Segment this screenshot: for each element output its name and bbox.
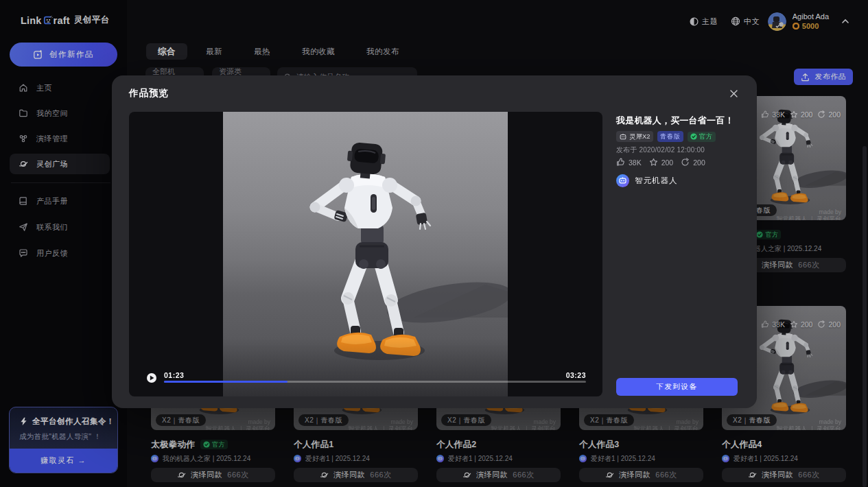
send-to-device-button[interactable]: 下发到设备 — [616, 378, 738, 396]
star-icon — [649, 158, 658, 167]
close-icon — [729, 89, 738, 98]
likes-count: 38K — [629, 158, 642, 167]
work-preview-modal: 作品预览 01:23 03:23 我是机器人，买一台省一百！ 灵犀X2 青春版 — [112, 75, 757, 408]
shares-stat[interactable]: 200 — [681, 158, 705, 167]
video-frame — [223, 112, 508, 396]
official-tag-label: 官方 — [699, 132, 713, 141]
author-avatar — [616, 174, 629, 187]
stars-stat[interactable]: 200 — [649, 158, 674, 167]
official-tag: 官方 — [688, 132, 716, 142]
video-bottom-scrim — [223, 338, 508, 396]
edition-tag: 青春版 — [657, 131, 683, 142]
thumbs-up-icon — [616, 158, 625, 167]
play-button[interactable] — [147, 373, 156, 383]
video-seek-bar[interactable] — [164, 381, 586, 383]
robot-face-icon — [619, 132, 627, 141]
video-duration: 03:23 — [566, 371, 586, 379]
shares-count: 200 — [693, 158, 705, 167]
play-icon — [150, 375, 154, 381]
work-title: 我是机器人，买一台省一百！ — [616, 115, 738, 127]
video-time-row: 01:23 03:23 — [164, 371, 586, 379]
video-player: 01:23 03:23 — [129, 112, 602, 396]
video-progress-fill — [164, 381, 288, 383]
likes-stat[interactable]: 38K — [616, 158, 642, 167]
stars-count: 200 — [661, 158, 674, 167]
modal-title: 作品预览 — [129, 87, 169, 99]
share-icon — [681, 158, 690, 167]
model-tag-label: 灵犀X2 — [629, 132, 650, 141]
video-current-time: 01:23 — [164, 371, 184, 379]
verified-icon — [690, 133, 697, 140]
work-detail-panel: 我是机器人，买一台省一百！ 灵犀X2 青春版 官方 发布于 2020/02/02… — [616, 115, 738, 187]
modal-close-button[interactable] — [727, 87, 740, 99]
author-name: 智元机器人 — [635, 176, 678, 186]
publish-date: 发布于 2020/02/02 12:00:00 — [616, 145, 738, 155]
work-stats: 38K 200 200 — [616, 158, 738, 167]
work-tags: 灵犀X2 青春版 官方 — [616, 131, 738, 142]
model-tag: 灵犀X2 — [616, 131, 653, 142]
author-row[interactable]: 智元机器人 — [616, 174, 738, 187]
